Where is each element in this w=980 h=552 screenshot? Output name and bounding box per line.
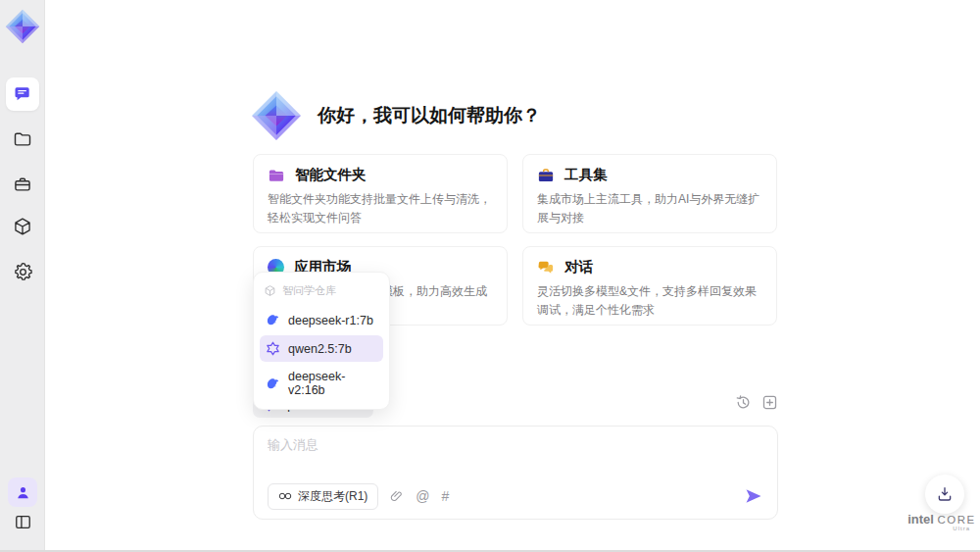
card-toolset[interactable]: 工具集 集成市场上主流工具，助力AI与外界无缝扩展与对接 (522, 154, 777, 233)
grid-tag-icon[interactable]: # (442, 489, 450, 503)
sidebar-item-collapse[interactable] (6, 505, 39, 538)
core-logo-text: core (938, 514, 976, 526)
sidebar-item-profile[interactable] (8, 477, 37, 507)
deep-think-icon (278, 491, 292, 501)
gear-icon (13, 262, 33, 282)
deep-think-toggle[interactable]: 深度思考(R1) (268, 483, 378, 510)
card-title: 对话 (564, 258, 593, 276)
dialog-icon (537, 259, 555, 276)
card-chat[interactable]: 对话 灵活切换多模型&文件，支持多样回复效果调试，满足个性化需求 (522, 246, 777, 326)
at-mention-icon[interactable]: @ (416, 489, 429, 503)
model-option-deepseek-v2[interactable]: deepseek-v2:16b (260, 364, 383, 403)
panel-icon (14, 513, 32, 531)
cube-icon (13, 217, 32, 236)
smart-folder-icon (268, 167, 285, 184)
model-dropdown: 智问学仓库 deepseek-r1:7b qwen2.5:7b deepseek… (253, 272, 390, 410)
card-smart-folder[interactable]: 智能文件夹 智能文件夹功能支持批量文件上传与清洗，轻松实现文件问答 (253, 154, 508, 233)
card-description: 集成市场上主流工具，助力AI与外界无缝扩展与对接 (537, 190, 762, 226)
repository-label: 智问学仓库 (282, 283, 336, 298)
composer-toolbar: 深度思考(R1) @ # (268, 483, 763, 509)
assistant-logo-icon (251, 90, 302, 141)
download-icon (936, 485, 954, 503)
folder-icon (13, 129, 32, 149)
attachment-icon[interactable] (390, 489, 404, 503)
card-description: 灵活切换多模型&文件，支持多样回复效果调试，满足个性化需求 (537, 282, 762, 319)
qwen-icon (266, 341, 280, 356)
history-icon[interactable] (735, 394, 752, 411)
model-option-label: deepseek-v2:16b (288, 370, 377, 397)
send-button[interactable] (744, 486, 763, 506)
model-option-label: qwen2.5:7b (288, 342, 352, 356)
download-button[interactable] (925, 475, 964, 514)
deep-think-label: 深度思考(R1) (298, 488, 368, 505)
toolbox-icon (13, 175, 32, 194)
app-window: 你好，我可以如何帮助你？ 智能文件夹 智能文件夹功能支持批量文件上传与清洗，轻松… (0, 0, 980, 552)
composer: 深度思考(R1) @ # (253, 426, 778, 520)
send-icon (744, 486, 763, 506)
greeting-title: 你好，我可以如何帮助你？ (318, 103, 541, 128)
sidebar-item-chat[interactable] (6, 77, 39, 111)
greeting: 你好，我可以如何帮助你？ (251, 90, 541, 141)
new-chat-icon[interactable] (761, 394, 778, 411)
message-input[interactable] (268, 436, 763, 476)
sidebar-item-toolset[interactable] (6, 168, 39, 201)
toolset-icon (537, 167, 555, 184)
deepseek-icon (266, 376, 280, 391)
sidebar (0, 0, 45, 552)
sidebar-item-folders[interactable] (6, 123, 39, 156)
intel-logo-text: intel (907, 512, 934, 527)
chat-icon (13, 84, 32, 104)
card-title: 工具集 (564, 166, 608, 184)
repository-icon (264, 284, 276, 297)
model-option-deepseek-r1[interactable]: deepseek-r1:7b (260, 307, 383, 333)
sidebar-item-models[interactable] (6, 210, 39, 243)
sidebar-item-settings[interactable] (6, 255, 39, 288)
card-description: 智能文件夹功能支持批量文件上传与清洗，轻松实现文件问答 (268, 190, 493, 226)
card-title: 智能文件夹 (295, 166, 367, 184)
model-option-label: deepseek-r1:7b (288, 314, 373, 327)
profile-icon (15, 484, 31, 501)
intel-core-badge: intel core Ultra (907, 512, 976, 531)
deepseek-icon (266, 313, 280, 327)
model-option-qwen[interactable]: qwen2.5:7b (260, 335, 383, 362)
model-dropdown-header: 智问学仓库 (260, 278, 383, 305)
app-logo-icon (5, 8, 40, 45)
